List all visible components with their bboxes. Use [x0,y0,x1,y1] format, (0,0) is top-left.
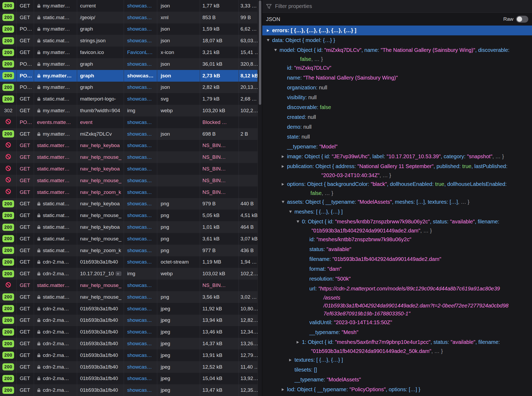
initiator-cell[interactable]: showcas… [124,186,157,198]
request-row[interactable]: 200GETcdn-2.ma…10.17.2017_10imgwebp103,0… [0,268,257,280]
json-tree-row[interactable]: image: Object { id: "JE7vp39wUhc", label… [262,152,532,161]
request-row[interactable]: 200GETstatic.mat…/geoip/showcas…xml853 B… [0,12,257,23]
request-row[interactable]: 200GETcdn-2.ma…01b593b3a1fb40showcas…oct… [0,256,257,268]
request-row[interactable]: 200GETstatic.mat…nav_help_mouse_showcas…… [0,210,257,221]
twisty-right-icon[interactable] [289,359,294,361]
twisty-right-icon[interactable] [282,155,287,158]
initiator-cell[interactable]: showcas… [124,93,157,105]
initiator-cell[interactable]: showcas… [124,116,157,128]
initiator-cell[interactable]: showcas… [124,175,157,186]
initiator-cell[interactable]: FaviconL… [124,47,157,58]
request-row[interactable]: 200GETcdn-2.ma…01b593b3a1fb40showcas…jpe… [0,338,257,349]
request-row[interactable]: GETstatic.matter…nav_help_mouse_showcas…… [0,151,257,163]
request-row[interactable]: 200GETcdn-2.ma…01b593b3a1fb40showcas…jpe… [0,303,257,315]
request-row[interactable]: GETstatic.matter…nav_help_keyboashowcas…… [0,140,257,152]
initiator-cell[interactable]: showcas… [124,361,157,373]
initiator-cell[interactable]: showcas… [124,163,157,175]
network-scrollbar[interactable] [257,0,262,396]
request-row[interactable]: 200GETstatic.mat…nav_help_zoom_kshowcas…… [0,245,257,256]
request-row[interactable]: 200GETcdn-2.ma…01b593b3a1fb40showcas…jpe… [0,361,257,373]
request-row[interactable]: GETstatic.matter…nav_help_mouse_showcas…… [0,175,257,186]
json-tree-row[interactable]: data: Object { model: {…} } [262,35,532,45]
json-tree-row[interactable]: visibility: null [262,93,532,102]
json-tree-row[interactable]: status: "available" [262,244,532,254]
json-tree-row[interactable]: url: "https://cdn-2.matterport.com/model… [262,284,532,294]
request-row[interactable]: 200GETcdn-2.ma…01b593b3a1fb40showcas…jpe… [0,315,257,326]
initiator-cell[interactable]: showcas… [124,0,157,12]
json-tree-row[interactable]: discoverable: false [262,102,532,112]
json-tree-row[interactable]: textures: [ {…}, {…} ] [262,355,532,365]
initiator-cell[interactable]: showcas… [124,12,157,23]
request-row[interactable]: GETstatic.matter…nav_help_keyboashowcas…… [0,163,257,175]
request-row[interactable]: 200GETcdn-2.ma…01b593b3a1fb40showcas…jpe… [0,373,257,385]
raw-toggle[interactable] [516,16,528,23]
initiator-cell[interactable]: showcas… [124,338,157,349]
request-row[interactable]: 200GETcdn-2.ma…01b593b3a1fb40showcas…jpe… [0,349,257,361]
initiator-cell[interactable]: showcas… [124,210,157,221]
request-row[interactable]: 200PO…my.matter…graphshowcas…json2,82 kB… [0,82,257,93]
request-row[interactable]: 200PO…my.matter…graphshowcas…json1,59 kB… [0,23,257,35]
json-tree-row[interactable]: options: Object { backgroundColor: "blac… [262,179,532,189]
twisty-down-icon[interactable] [297,220,302,223]
json-tree-row[interactable]: filename: "01b593b3a1fb4042924da9901449a… [262,254,532,264]
initiator-cell[interactable]: showcas… [124,315,157,326]
twisty-right-icon[interactable] [282,165,287,168]
json-tree-row[interactable]: meshes: [ {…}, {…} ] [262,207,532,217]
request-row[interactable]: 200GETcdn-2.ma…01b593b3a1fb40showcas…jpe… [0,326,257,338]
initiator-cell[interactable]: showcas… [124,23,157,35]
json-tree-row[interactable]: tilesets: [] [262,365,532,375]
initiator-cell[interactable]: showcas… [124,349,157,361]
initiator-cell[interactable]: showcas… [124,245,157,256]
network-scrollbar-thumb[interactable] [259,1,261,105]
initiator-cell[interactable]: showcas… [124,221,157,233]
json-tree-row[interactable]: errors: [ {…}, {…}, {…}, {…}, {…} ] [262,26,532,35]
json-tree-row[interactable]: demo: null [262,122,532,132]
initiator-cell[interactable]: showcas… [124,233,157,245]
initiator-cell[interactable]: showcas… [124,256,157,268]
json-tree-row[interactable]: validUntil: "2023-03-14T14:15:50Z" [262,318,532,327]
request-row[interactable]: 200PO…my.matter…graphshowcas…json2,73 kB… [0,70,257,82]
json-tree-row[interactable]: model: Object { id: "miZxkq7DLCv", name:… [262,45,532,55]
json-tree-row[interactable]: format: "dam" [262,264,532,274]
initiator-cell[interactable]: showcas… [124,291,157,303]
initiator-cell[interactable]: showcas… [124,58,157,70]
initiator-cell[interactable]: showcas… [124,151,157,163]
initiator-cell[interactable]: showcas… [124,384,157,396]
request-row[interactable]: 200GETmy.matter…favicon.icoFaviconL…x-ic… [0,47,257,58]
json-tree-row[interactable]: __typename: "Mesh" [262,327,532,337]
request-row[interactable]: 200GETstatic.mat…nav_help_keyboashowcas…… [0,221,257,233]
request-row[interactable]: 200GETstatic.mat…nav_help_mouse_showcas…… [0,291,257,303]
twisty-right-icon[interactable] [282,388,287,391]
initiator-cell[interactable]: showcas… [124,35,157,47]
json-tree-row[interactable]: resolution: "500k" [262,274,532,284]
initiator-cell[interactable]: showcas… [124,128,157,140]
twisty-down-icon[interactable] [274,49,280,51]
request-row[interactable]: GETstatic.matter…nav_help_zoom_kshowcas…… [0,186,257,198]
request-row[interactable]: 200GETcdn-2.ma…01b593b3a1fb40showcas…jpe… [0,384,257,396]
initiator-cell[interactable]: showcas… [124,373,157,385]
json-tree-row[interactable]: state: null [262,132,532,142]
twisty-down-icon[interactable] [267,39,272,41]
json-tree-row[interactable]: publication: Object { address: "National… [262,161,532,171]
initiator-cell[interactable]: showcas… [124,82,157,93]
json-tree-row[interactable]: created: null [262,112,532,122]
request-row[interactable]: 200GETstatic.mat…strings.jsonshowcas…jso… [0,35,257,47]
twisty-down-icon[interactable] [282,201,287,203]
initiator-cell[interactable]: showcas… [124,303,157,315]
initiator-cell[interactable]: showcas… [124,198,157,210]
request-row[interactable]: 200PO…my.matter…graphshowcas…json36,01 k… [0,58,257,70]
request-row[interactable]: 302GETmy.matter…thumb?width=904imgwebp10… [0,105,257,116]
json-tree-row[interactable]: __typename: "Model" [262,142,532,152]
request-row[interactable]: 200GETstatic.mat…nav_help_mouse_showcas…… [0,233,257,245]
request-row[interactable]: PO…events.matte…eventshowcas…Blocked … [0,116,257,128]
request-row[interactable]: 200GETmy.matter…miZxkq7DLCvshowcas…json6… [0,128,257,140]
json-tree-row[interactable]: __typename: "ModelAssets" [262,375,532,385]
json-tree-row[interactable]: 1: Object { id: "meshes/5ax6nfhz7m9pbnp1… [262,337,532,347]
twisty-right-icon[interactable] [282,183,287,186]
initiator-cell[interactable]: showcas… [124,326,157,338]
json-tree-row[interactable]: lod: Object { __typename: "PolicyOptions… [262,385,532,394]
initiator-cell[interactable]: showcas… [124,280,157,291]
request-row[interactable]: GETstatic.matter…nav_help_mouse_showcas…… [0,280,257,291]
request-row[interactable]: 200GETstatic.mat…matterport-logo-showcas… [0,93,257,105]
twisty-right-icon[interactable] [267,29,272,32]
